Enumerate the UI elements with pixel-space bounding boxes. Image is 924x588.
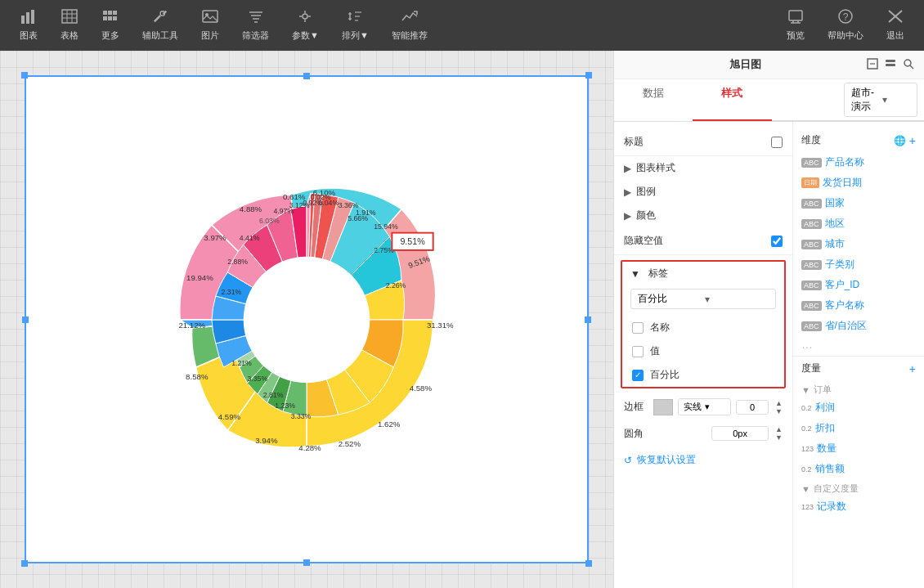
corner-down-arrow[interactable]: ▼ bbox=[775, 433, 783, 442]
dim-item-country[interactable]: ABC 国家 bbox=[793, 193, 924, 213]
toolbar-more[interactable]: 更多 bbox=[90, 4, 131, 47]
measure-section: 度量 + ▼ 订单 0.2 利润 0.2 折扣 bbox=[793, 356, 924, 517]
border-color-swatch[interactable] bbox=[653, 399, 673, 415]
toolbar-table[interactable]: 表格 bbox=[49, 4, 90, 47]
svg-text:3.36%: 3.36% bbox=[339, 200, 359, 209]
dim-item-custid[interactable]: ABC 客户_ID bbox=[793, 275, 924, 295]
data-model-select[interactable]: 超市-演示 ▾ bbox=[844, 83, 917, 117]
tab-data[interactable]: 数据 bbox=[614, 79, 693, 121]
svg-text:4.97%: 4.97% bbox=[273, 206, 294, 214]
measure-discount[interactable]: 0.2 折扣 bbox=[793, 418, 924, 438]
order-expand-arrow: ▼ bbox=[801, 385, 810, 395]
toolbar-help[interactable]: ? 帮助中心 bbox=[816, 4, 875, 47]
chart-icon bbox=[20, 9, 37, 28]
svg-rect-3 bbox=[62, 10, 77, 23]
corner-input[interactable]: 0px bbox=[711, 426, 769, 441]
toolbar-params[interactable]: 参数▼ bbox=[280, 4, 330, 47]
handle-mr[interactable] bbox=[585, 316, 591, 323]
image-label: 图片 bbox=[201, 29, 219, 42]
percent-cb[interactable]: ✓ bbox=[632, 370, 644, 381]
toolbar-tools[interactable]: 辅助工具 bbox=[131, 4, 190, 47]
svg-rect-10 bbox=[113, 11, 117, 15]
data-model-arrow: ▾ bbox=[882, 94, 910, 105]
dim-add-btn[interactable]: + bbox=[909, 134, 916, 147]
svg-text:21.12%: 21.12% bbox=[178, 320, 205, 329]
border-down-arrow[interactable]: ▼ bbox=[775, 407, 783, 415]
title-checkbox[interactable] bbox=[771, 137, 783, 148]
dim-item-product[interactable]: ABC 产品名称 bbox=[793, 152, 924, 173]
chart-style-section[interactable]: ▶ 图表样式 bbox=[614, 156, 792, 180]
help-icon: ? bbox=[837, 9, 854, 28]
chart-container[interactable]: 9.51% 31.31% 4.58% 1.62% 2.52% 4.28% 3.9… bbox=[25, 75, 589, 563]
color-section[interactable]: ▶ 颜色 bbox=[614, 204, 792, 227]
handle-bl[interactable] bbox=[21, 560, 28, 567]
dim-item-subcat[interactable]: ABC 子类别 bbox=[793, 254, 924, 275]
corner-value: 0px bbox=[733, 429, 747, 438]
tab-style[interactable]: 样式 bbox=[693, 79, 771, 121]
value-checkbox-row: 值 bbox=[622, 339, 784, 363]
handle-tl[interactable] bbox=[21, 72, 28, 79]
reset-row[interactable]: ↺ 恢复默认设置 bbox=[614, 447, 792, 474]
value-cb[interactable] bbox=[632, 346, 644, 357]
border-style-select[interactable]: 实线 ▾ bbox=[678, 398, 731, 415]
measure-profit[interactable]: 0.2 利润 bbox=[793, 397, 924, 418]
toolbar-filter[interactable]: 筛选器 bbox=[231, 4, 280, 47]
border-up-arrow[interactable]: ▲ bbox=[775, 399, 783, 407]
name-cb[interactable] bbox=[632, 322, 644, 334]
filter-icon bbox=[248, 9, 264, 28]
order-group-header[interactable]: ▼ 订单 bbox=[793, 380, 924, 397]
label-subcat: 子类别 bbox=[825, 258, 854, 272]
globe-icon[interactable]: 🌐 bbox=[894, 135, 906, 146]
name-cb-label: 名称 bbox=[650, 321, 670, 334]
label-section-header[interactable]: ▼ 标签 bbox=[622, 262, 784, 285]
svg-point-83 bbox=[904, 60, 911, 66]
svg-rect-0 bbox=[21, 16, 25, 24]
measure-sales[interactable]: 0.2 销售额 bbox=[793, 459, 924, 479]
data-model-icon[interactable] bbox=[885, 58, 896, 72]
tag-custid: ABC bbox=[801, 281, 822, 290]
border-row: 边框 实线 ▾ 0 ▲ ▼ bbox=[614, 393, 792, 420]
dim-item-custname[interactable]: ABC 客户名称 bbox=[793, 295, 924, 316]
corner-up-arrow[interactable]: ▲ bbox=[775, 425, 783, 433]
canvas-area[interactable]: 9.51% 31.31% 4.58% 1.62% 2.52% 4.28% 3.9… bbox=[0, 51, 613, 588]
search-icon[interactable] bbox=[903, 58, 914, 72]
toolbar-exit[interactable]: 退出 bbox=[875, 4, 916, 47]
measure-add-btn[interactable]: + bbox=[909, 362, 916, 375]
dim-item-date[interactable]: 日期 发货日期 bbox=[793, 173, 924, 193]
panel-icons bbox=[867, 58, 914, 72]
measure-records[interactable]: 123 记录数 bbox=[793, 496, 924, 517]
svg-text:1.21%: 1.21% bbox=[231, 359, 252, 367]
toolbar-preview[interactable]: 预览 bbox=[775, 4, 816, 47]
tools-label: 辅助工具 bbox=[142, 29, 178, 42]
svg-rect-12 bbox=[108, 16, 112, 20]
hide-null-checkbox[interactable] bbox=[771, 236, 783, 247]
custom-group-header[interactable]: ▼ 自定义度量 bbox=[793, 479, 924, 496]
toolbar-smart[interactable]: 智能推荐 bbox=[380, 4, 439, 47]
handle-mb[interactable] bbox=[303, 559, 310, 566]
label-type-select[interactable]: 百分比 ▾ bbox=[630, 289, 776, 309]
dim-item-city[interactable]: ABC 城市 bbox=[793, 234, 924, 254]
label-expand-arrow: ▼ bbox=[630, 268, 640, 280]
handle-mt[interactable] bbox=[303, 73, 310, 79]
toolbar-chart[interactable]: 图表 bbox=[8, 4, 49, 47]
measure-qty[interactable]: 123 数量 bbox=[793, 438, 924, 459]
legend-section[interactable]: ▶ 图例 bbox=[614, 180, 792, 204]
expand-icon[interactable] bbox=[867, 58, 878, 72]
scroll-indicator: … bbox=[793, 336, 924, 352]
dim-item-region[interactable]: ABC 地区 bbox=[793, 213, 924, 234]
handle-br[interactable] bbox=[585, 560, 592, 567]
tag-city: ABC bbox=[801, 240, 822, 249]
svg-rect-11 bbox=[103, 16, 107, 20]
dim-item-province[interactable]: ABC 省/自治区 bbox=[793, 316, 924, 336]
measure-header: 度量 + bbox=[793, 357, 924, 380]
label-date: 发货日期 bbox=[823, 176, 862, 190]
color-label: 颜色 bbox=[636, 209, 656, 222]
border-width-input[interactable]: 0 bbox=[736, 400, 769, 415]
handle-tr[interactable] bbox=[585, 72, 592, 79]
preview-icon bbox=[787, 9, 804, 28]
toolbar-image[interactable]: 图片 bbox=[190, 4, 231, 47]
toolbar-rank[interactable]: 排列▼ bbox=[330, 4, 380, 47]
exit-icon bbox=[887, 9, 904, 28]
handle-ml[interactable] bbox=[22, 316, 29, 323]
data-model-value: 超市-演示 bbox=[851, 86, 879, 114]
